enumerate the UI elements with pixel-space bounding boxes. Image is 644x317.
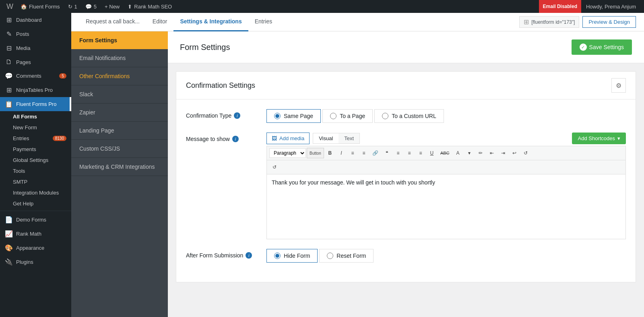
preview-design-button[interactable]: Preview & Design	[582, 16, 636, 28]
sidebar-item-dashboard[interactable]: ⊞ Dashboard	[0, 13, 71, 27]
align-left-button[interactable]: ≡	[393, 148, 403, 158]
settings-sidebar-item-other-confirmations[interactable]: Other Confirmations	[71, 67, 168, 85]
settings-sidebar-item-slack[interactable]: Slack	[71, 85, 168, 104]
hide-form-radio[interactable]	[274, 253, 281, 259]
nav-breadcrumb[interactable]: Request a call back...	[79, 13, 146, 31]
settings-sidebar-item-email-notifications[interactable]: Email Notifications	[71, 49, 168, 67]
sidebar-item-demo-forms[interactable]: 📄 Demo Forms	[0, 213, 71, 227]
confirmation-type-info-icon[interactable]: i	[234, 112, 240, 119]
adminbar-comments[interactable]: 💬 5	[81, 0, 101, 13]
reset-form-option[interactable]: Reset Form	[319, 249, 374, 263]
entries-badge: 8130	[53, 136, 66, 141]
sidebar-item-get-help[interactable]: Get Help	[0, 198, 71, 209]
sidebar-item-comments[interactable]: 💬 Comments 5	[0, 69, 71, 83]
sidebar-item-integration-modules[interactable]: Integration Modules	[0, 187, 71, 198]
nav-tab-settings[interactable]: Settings & Integrations	[173, 13, 248, 31]
save-settings-button[interactable]: ✓ Save Settings	[572, 39, 632, 55]
adminbar-new[interactable]: + New	[101, 0, 124, 13]
comments-icon: 💬	[85, 4, 92, 10]
sidebar-label-posts: Posts	[16, 31, 29, 37]
confirmation-type-label: Confirmation Type i	[186, 109, 258, 119]
admin-bar: W 🏠 Fluent Forms ↻ 1 💬 5 + New ⬆ Rank Ma…	[0, 0, 644, 13]
sidebar-item-appearance[interactable]: 🎨 Appearance	[0, 241, 71, 255]
fluent-forms-icon: 📋	[5, 100, 13, 108]
sidebar-item-ninjatables[interactable]: ⊞ NinjaTables Pro	[0, 83, 71, 97]
paragraph-select[interactable]: Paragraph	[269, 148, 306, 158]
confirmation-to-page-option[interactable]: To a Page	[322, 109, 373, 123]
visual-tab[interactable]: Visual	[313, 133, 339, 143]
updates-icon: ↻	[68, 4, 72, 10]
same-page-radio[interactable]	[274, 113, 281, 119]
ol-button[interactable]: ≡	[359, 148, 369, 158]
confirmation-same-page-option[interactable]: Same Page	[266, 109, 321, 123]
sidebar-label-new-form: New Form	[13, 124, 37, 131]
sidebar-item-media[interactable]: ⊟ Media	[0, 41, 71, 55]
hide-form-option[interactable]: Hide Form	[266, 249, 318, 263]
outdent-button[interactable]: ⇤	[487, 148, 497, 158]
align-center-button[interactable]: ≡	[404, 148, 415, 158]
dropdown-arrow-button[interactable]: ▾	[464, 148, 475, 158]
confirmation-to-custom-url-option[interactable]: To a Custom URL	[374, 109, 444, 123]
link-button[interactable]: 🔗	[370, 148, 381, 158]
settings-sidebar-item-custom-css-js[interactable]: Custom CSS/JS	[71, 140, 168, 158]
settings-sidebar-item-zapier[interactable]: Zapier	[71, 104, 168, 122]
sidebar-item-all-forms[interactable]: All Forms	[0, 111, 71, 122]
sidebar-item-rank-math[interactable]: 📈 Rank Math	[0, 227, 71, 241]
adminbar-site[interactable]: 🏠 Fluent Forms	[17, 0, 64, 13]
sidebar-item-posts[interactable]: ✎ Posts	[0, 27, 71, 41]
sidebar-label-tools: Tools	[13, 168, 25, 174]
blockquote-button[interactable]: ❝	[382, 148, 392, 158]
bold-button[interactable]: B	[325, 148, 335, 158]
nav-tab-entries[interactable]: Entries	[248, 13, 279, 31]
underline-button[interactable]: U	[427, 148, 437, 158]
gear-settings-button[interactable]: ⚙	[611, 78, 626, 93]
undo-button[interactable]: ↩	[509, 148, 520, 158]
align-right-button[interactable]: ≡	[415, 148, 426, 158]
posts-icon: ✎	[5, 30, 13, 38]
add-media-button[interactable]: 🖼 Add media	[266, 133, 310, 144]
after-form-info-icon[interactable]: i	[246, 252, 252, 259]
message-info-icon[interactable]: i	[232, 136, 239, 142]
to-page-radio[interactable]	[330, 113, 336, 119]
sidebar-item-pages[interactable]: 🗋 Pages	[0, 55, 71, 69]
sidebar-item-fluent-forms[interactable]: 📋 Fluent Forms Pro	[0, 97, 71, 111]
shortcode-icon: ⊞	[524, 18, 529, 26]
ul-button[interactable]: ≡	[347, 148, 358, 158]
sidebar-label-smtp: SMTP	[13, 179, 27, 185]
wp-logo[interactable]: W	[3, 2, 17, 11]
message-to-show-label: Message to show i	[186, 133, 258, 142]
strikethrough-button[interactable]: ABC	[438, 148, 452, 158]
indent-button[interactable]: ⇥	[498, 148, 508, 158]
sidebar-item-plugins[interactable]: 🔌 Plugins	[0, 255, 71, 269]
reset-form-radio[interactable]	[327, 253, 333, 259]
sidebar-label-media: Media	[16, 45, 30, 51]
to-custom-url-radio[interactable]	[382, 113, 388, 119]
sidebar-item-new-form[interactable]: New Form	[0, 122, 71, 133]
sidebar-item-payments[interactable]: Payments	[0, 144, 71, 155]
check-icon: ✓	[580, 44, 587, 51]
text-color-button[interactable]: A	[453, 148, 463, 158]
adminbar-updates[interactable]: ↻ 1	[64, 0, 81, 13]
adminbar-rank-math[interactable]: ⬆ Rank Math SEO	[124, 0, 176, 13]
button-tool[interactable]: Button	[307, 148, 324, 158]
shortcode-box[interactable]: ⊞ [fluentform id="173"]	[519, 16, 579, 28]
redo-button[interactable]: ↺	[520, 148, 531, 158]
add-shortcodes-button[interactable]: Add Shortcodes ▾	[572, 133, 626, 144]
settings-sidebar: Form Settings Email Notifications Other …	[71, 31, 168, 317]
redo2-button[interactable]: ↺	[269, 162, 280, 172]
confirmation-card-body: Confirmation Type i Same Page	[176, 99, 636, 282]
wp-editor-body[interactable]: Thank you for your message. We will get …	[267, 174, 625, 239]
sidebar-item-entries[interactable]: Entries 8130	[0, 133, 71, 144]
italic-button[interactable]: I	[336, 148, 347, 158]
settings-sidebar-item-landing-page[interactable]: Landing Page	[71, 122, 168, 140]
settings-sidebar-header[interactable]: Form Settings	[71, 31, 168, 49]
nav-tab-editor[interactable]: Editor	[146, 13, 174, 31]
after-form-submission-label: After Form Submission i	[186, 249, 258, 259]
sidebar-item-smtp[interactable]: SMTP	[0, 176, 71, 187]
sidebar-item-global-settings[interactable]: Global Settings	[0, 155, 71, 166]
adminbar-user[interactable]: Howdy, Prema Anjum	[581, 0, 641, 13]
pencil-button[interactable]: ✏	[475, 148, 486, 158]
text-tab[interactable]: Text	[339, 133, 359, 143]
settings-sidebar-item-marketing-crm[interactable]: Marketing & CRM Integrations	[71, 158, 168, 176]
sidebar-item-tools[interactable]: Tools	[0, 166, 71, 176]
